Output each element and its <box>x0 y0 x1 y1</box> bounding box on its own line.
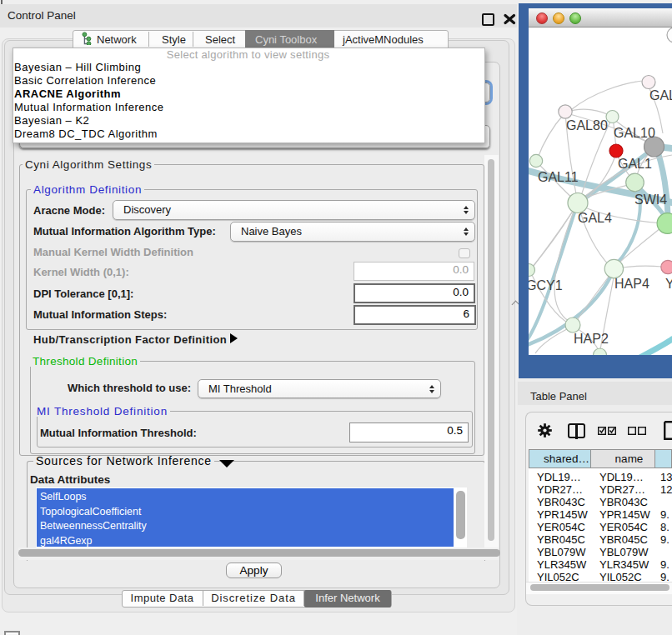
svg-text:Y: Y <box>665 277 672 291</box>
svg-text:GAL11: GAL11 <box>538 170 579 184</box>
svg-text:GCY1: GCY1 <box>529 278 563 292</box>
svg-text:HAP2: HAP2 <box>574 332 609 346</box>
svg-text:GAL80: GAL80 <box>566 118 608 132</box>
svg-text:GAL1: GAL1 <box>618 157 652 171</box>
svg-text:HAP4: HAP4 <box>614 277 649 291</box>
svg-text:SWI4: SWI4 <box>634 192 667 207</box>
svg-text:GAL: GAL <box>649 88 672 102</box>
svg-text:GAL10: GAL10 <box>614 126 655 140</box>
svg-text:GAL4: GAL4 <box>578 211 612 225</box>
